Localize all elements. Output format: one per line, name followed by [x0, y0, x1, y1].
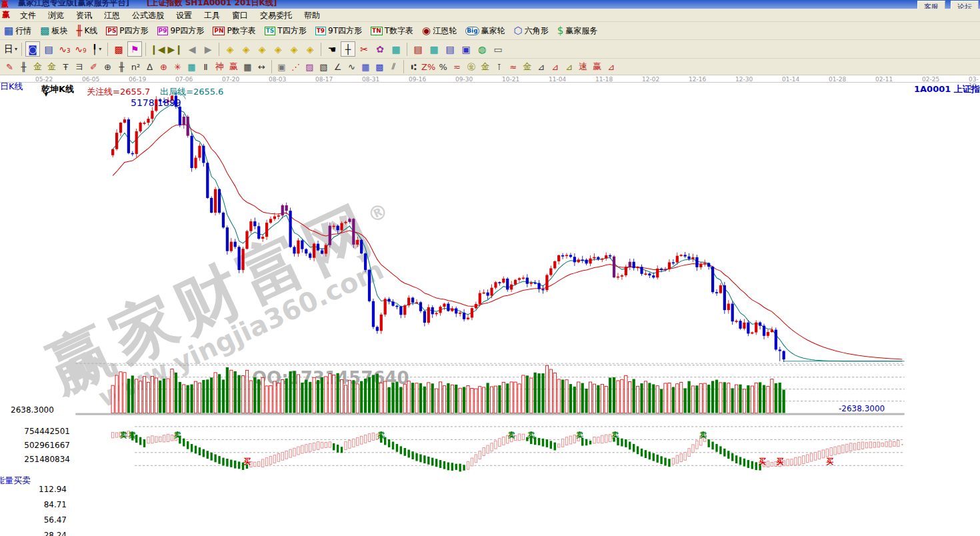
- menu-item-trade-order[interactable]: 交易委托: [254, 11, 298, 20]
- red-pattern-icon[interactable]: ▩: [111, 41, 126, 57]
- draw-tool-42-icon[interactable]: 赢: [591, 61, 603, 73]
- toolbar-button-hexagon[interactable]: ⬡六角形: [514, 25, 549, 37]
- draw-tool-34-icon[interactable]: 金: [479, 61, 491, 73]
- step-forward-icon[interactable]: ▶: [201, 41, 215, 57]
- draw-tool-6-icon[interactable]: ヨ: [73, 61, 86, 73]
- flower-tool-icon[interactable]: ✿: [373, 41, 387, 57]
- draw-tool-11-icon[interactable]: ∆: [143, 61, 156, 73]
- menu-item-tools[interactable]: 工具: [198, 11, 226, 20]
- draw-tool-37-icon[interactable]: 金: [521, 61, 533, 73]
- gann-wheel-icon: ◉: [422, 26, 431, 36]
- draw-tool-32-icon[interactable]: ≂: [451, 61, 463, 73]
- draw-tool-10-icon[interactable]: n²: [129, 61, 142, 73]
- menu-item-browse[interactable]: 浏览: [42, 11, 70, 20]
- draw-tool-35-icon[interactable]: ⊺: [493, 61, 505, 73]
- draw-tool-26-icon[interactable]: ▦: [359, 61, 372, 73]
- draw-tool-24-icon[interactable]: ∠: [331, 61, 344, 73]
- draw-tool-38-icon[interactable]: ⊿: [535, 61, 547, 73]
- draw-tool-40-icon[interactable]: ⊿: [563, 61, 575, 73]
- diamond-h-icon[interactable]: ◈: [255, 41, 269, 57]
- save-icon[interactable]: ▣: [459, 41, 473, 57]
- toolbar-button-sectors[interactable]: ▩板块: [40, 25, 67, 37]
- main-chart-svg[interactable]: 卖卖卖卖卖卖卖卖卖买买买买: [0, 83, 980, 536]
- toolbar-button-9t-square[interactable]: T99T四方形: [315, 25, 362, 37]
- draw-tool-20-icon[interactable]: ▣: [275, 61, 288, 73]
- draw-tool-21-icon[interactable]: ⋰: [289, 61, 302, 73]
- toolbar-button-p-square[interactable]: PSP四方形: [106, 25, 148, 37]
- draw-tool-3-icon[interactable]: 金: [31, 61, 44, 73]
- info-panel-icon[interactable]: ▤: [41, 41, 56, 57]
- wave-3-icon[interactable]: ∿₃: [57, 41, 72, 57]
- draw-tool-7-icon[interactable]: ✐: [87, 61, 100, 73]
- menu-item-formula-stock-pick[interactable]: 公式选股: [126, 11, 170, 20]
- draw-tool-33-icon[interactable]: ㊎: [465, 61, 477, 73]
- toolbar-button-quotes[interactable]: ▦行情: [4, 25, 31, 37]
- draw-tool-36-icon[interactable]: ≈: [507, 61, 519, 73]
- draw-tool-29-icon[interactable]: ⑆: [407, 61, 420, 73]
- draw-tool-13-icon[interactable]: ✳: [171, 61, 184, 73]
- toolbar-button-kline[interactable]: ╫K线: [76, 25, 97, 37]
- candle-style-dropdown-icon[interactable]: ╿▾: [89, 41, 104, 57]
- draw-tool-43-icon[interactable]: ⊿: [605, 61, 617, 73]
- draw-tool-1-icon[interactable]: ✎: [3, 61, 16, 73]
- draw-tool-15-icon[interactable]: Ⅱ: [199, 61, 212, 73]
- draw-tool-2-icon[interactable]: ╫: [17, 61, 30, 73]
- draw-tool-22-icon[interactable]: ▨: [303, 61, 316, 73]
- draw-tool-9-icon[interactable]: ╫: [115, 61, 128, 73]
- color-flag-icon[interactable]: ⚑: [127, 41, 142, 57]
- draw-tool-8-icon[interactable]: ⊕: [101, 61, 114, 73]
- diamond-v-icon[interactable]: ◈: [287, 41, 301, 57]
- step-back-icon[interactable]: ◀: [185, 41, 199, 57]
- draw-tool-19-icon[interactable]: ↔: [255, 61, 268, 73]
- toolbar-button-t-square[interactable]: TST四方形: [265, 25, 307, 37]
- menu-item-help[interactable]: 帮助: [298, 11, 326, 20]
- diamond-left-icon[interactable]: ◈: [223, 41, 237, 57]
- draw-tool-18-icon[interactable]: ▦: [241, 61, 254, 73]
- menu-item-settings[interactable]: 设置: [170, 11, 198, 20]
- menu-item-news[interactable]: 资讯: [70, 11, 98, 20]
- menu-item-window[interactable]: 窗口: [226, 11, 254, 20]
- diamond-x-icon[interactable]: ◈: [271, 41, 285, 57]
- go-last-icon[interactable]: ▶❙: [167, 41, 184, 57]
- net-grid-icon[interactable]: ◙: [25, 41, 40, 57]
- toolbar-button-t-number-table[interactable]: TNT数字表: [371, 25, 413, 37]
- cut-tool-icon[interactable]: ✂: [357, 41, 371, 57]
- crosshair-tool-icon[interactable]: ┼: [341, 41, 355, 57]
- menu-item-gann[interactable]: 江恩: [98, 11, 126, 20]
- draw-tool-17-icon[interactable]: 赢: [227, 61, 240, 73]
- draw-tool-30-icon[interactable]: Z%: [421, 61, 435, 73]
- menu-item-file[interactable]: 文件: [14, 11, 42, 20]
- draw-tool-27-icon[interactable]: ▩: [373, 61, 386, 73]
- draw-tool-5-icon[interactable]: Ŧ: [59, 61, 72, 73]
- net-tool-icon[interactable]: ▦: [389, 41, 403, 57]
- draw-tool-23-icon[interactable]: ▧: [317, 61, 330, 73]
- diamond-all-icon[interactable]: ◈: [303, 41, 317, 57]
- draw-tool-31-icon[interactable]: %: [437, 61, 449, 73]
- draw-tool-39-icon[interactable]: ⊿: [549, 61, 561, 73]
- chevron-down-icon[interactable]: ▼: [44, 91, 48, 97]
- draw-tool-28-icon[interactable]: ⫽: [387, 61, 400, 73]
- notepad-icon[interactable]: ▤: [443, 41, 457, 57]
- draw-tool-4-icon[interactable]: 金: [45, 61, 58, 73]
- print-icon[interactable]: ▭: [491, 41, 505, 57]
- customer-service-button[interactable]: 客服: [917, 1, 945, 9]
- toolbar-button-winner-wheel[interactable]: Big赢家轮: [465, 25, 505, 37]
- web-icon[interactable]: ◍: [475, 41, 489, 57]
- draw-tool-16-icon[interactable]: 神: [213, 61, 226, 73]
- wave-9-icon[interactable]: ∿₉: [73, 41, 88, 57]
- calendar-icon[interactable]: ▤: [411, 41, 425, 57]
- toolbar-button-9p-square[interactable]: P99P四方形: [157, 25, 205, 37]
- draw-tool-12-icon[interactable]: ⊕: [157, 61, 170, 73]
- draw-tool-41-icon[interactable]: 速: [577, 61, 589, 73]
- period-day-dropdown-icon[interactable]: 日▾: [3, 41, 18, 57]
- draw-tool-25-icon[interactable]: ∿: [345, 61, 358, 73]
- diamond-right-icon[interactable]: ◈: [239, 41, 253, 57]
- draw-tool-14-icon[interactable]: ▦: [185, 61, 198, 73]
- go-first-icon[interactable]: ❙◀: [149, 41, 166, 57]
- calculator-icon[interactable]: ▦: [427, 41, 441, 57]
- toolbar-button-winner-service[interactable]: $赢家服务: [557, 25, 598, 37]
- hand-tool-icon[interactable]: ☚: [325, 41, 339, 57]
- toolbar-button-p-number-table[interactable]: PNP数字表: [213, 25, 255, 37]
- forum-button[interactable]: 论坛: [951, 1, 979, 9]
- toolbar-button-gann-wheel[interactable]: ◉江恩轮: [422, 25, 457, 37]
